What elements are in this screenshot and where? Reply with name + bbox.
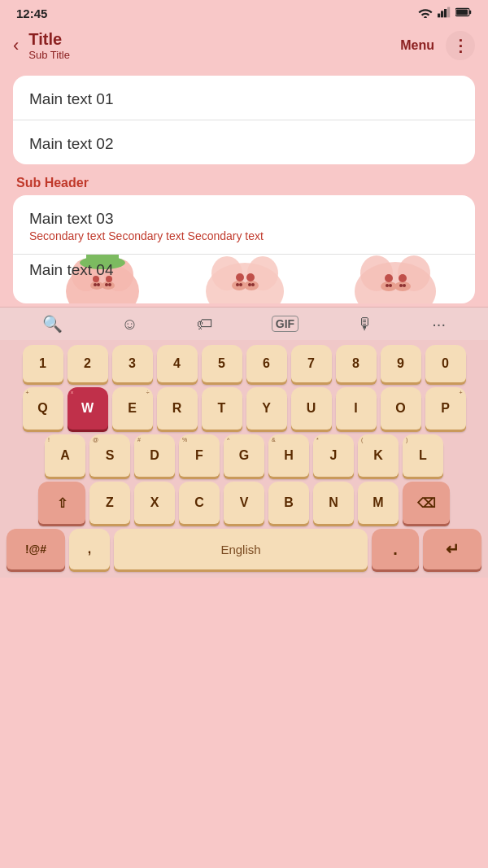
key-7[interactable]: 7	[291, 345, 332, 382]
key-o[interactable]: O	[381, 387, 421, 430]
key-e[interactable]: ÷E	[112, 387, 153, 430]
keyboard-emoji-icon[interactable]: ☺	[121, 315, 137, 334]
key-p[interactable]: +P	[425, 387, 466, 430]
key-y[interactable]: Y	[246, 387, 287, 430]
svg-rect-7	[456, 10, 468, 15]
svg-rect-3	[444, 9, 447, 17]
svg-point-15	[94, 283, 97, 286]
svg-point-31	[246, 273, 255, 281]
key-8[interactable]: 8	[336, 345, 377, 382]
key-0[interactable]: 0	[425, 345, 466, 382]
svg-point-41	[385, 274, 393, 282]
svg-rect-6	[469, 11, 471, 15]
svg-point-13	[90, 281, 103, 290]
svg-point-42	[399, 274, 407, 282]
key-4[interactable]: 4	[157, 345, 198, 382]
svg-point-0	[424, 16, 427, 18]
keyboard-more-icon[interactable]: ···	[432, 315, 446, 334]
main-text-04: Main text 04	[29, 261, 114, 279]
space-key[interactable]: English	[114, 529, 368, 569]
svg-point-40	[403, 284, 406, 287]
list-item-2[interactable]: Main text 02	[13, 120, 475, 164]
key-6[interactable]: 6	[246, 345, 287, 382]
main-text-02: Main text 02	[29, 135, 459, 153]
key-j[interactable]: *J	[313, 434, 354, 477]
key-u[interactable]: U	[291, 387, 332, 430]
key-f[interactable]: %F	[179, 434, 220, 477]
status-time: 12:45	[16, 7, 47, 20]
svg-point-38	[389, 284, 392, 287]
keyboard-gif-button[interactable]: GIF	[272, 316, 298, 332]
key-c[interactable]: C	[179, 482, 220, 524]
key-k[interactable]: (K	[358, 434, 399, 477]
symbols-key[interactable]: !@#	[7, 529, 65, 569]
keyboard-search-icon[interactable]: 🔍	[42, 314, 63, 334]
key-w[interactable]: ×W	[68, 387, 108, 430]
keyboard-toolbar: 🔍 ☺ 🏷 GIF 🎙 ···	[0, 307, 488, 340]
overflow-menu-button[interactable]: ⋮	[446, 31, 475, 60]
qwerty-row: +Q ×W ÷E R T Y U I O +P	[3, 387, 485, 430]
key-1[interactable]: 1	[23, 345, 63, 382]
status-icons	[418, 7, 472, 20]
asdf-row: !A @S #D %F ^G &H *J (K )L	[3, 434, 485, 477]
comma-key[interactable]: ,	[69, 529, 110, 569]
key-a[interactable]: !A	[45, 434, 85, 477]
key-g[interactable]: ^G	[224, 434, 264, 477]
svg-point-29	[251, 283, 255, 286]
key-h[interactable]: &H	[268, 434, 309, 477]
keyboard: 1 2 3 4 5 6 7 8 9 0 +Q ×W ÷E R T Y U I O…	[0, 340, 488, 578]
battery-icon	[455, 7, 472, 20]
bottom-row: !@# , English . ↵	[3, 529, 485, 569]
period-key[interactable]: .	[372, 529, 419, 569]
key-2[interactable]: 2	[68, 345, 108, 382]
list-card-1: Main text 01 Main text 02	[13, 76, 475, 164]
wifi-icon	[418, 7, 433, 20]
signal-icon	[438, 7, 451, 20]
list-card-2: Main text 03 Secondary text Secondary te…	[13, 195, 475, 303]
key-d[interactable]: #D	[134, 434, 175, 477]
svg-rect-4	[447, 7, 450, 18]
app-title: Title	[28, 30, 400, 49]
key-v[interactable]: V	[224, 482, 264, 524]
svg-rect-1	[438, 14, 440, 18]
key-t[interactable]: T	[202, 387, 242, 430]
main-text-04-partial: Main text 04	[29, 261, 114, 279]
backspace-key[interactable]: ⌫	[403, 482, 450, 524]
pig-decoration: Main text 04	[13, 255, 475, 303]
content-area: Main text 01 Main text 02 Sub Header Mai…	[0, 69, 488, 303]
app-bar: ‹ Title Sub Title Menu ⋮	[0, 24, 488, 69]
svg-point-28	[248, 283, 251, 286]
number-row: 1 2 3 4 5 6 7 8 9 0	[3, 345, 485, 382]
svg-point-39	[399, 284, 403, 287]
key-x[interactable]: X	[134, 482, 175, 524]
sub-header-text: Sub Header	[16, 176, 89, 190]
key-q[interactable]: +Q	[23, 387, 63, 430]
svg-point-37	[386, 284, 389, 287]
list-item-3[interactable]: Main text 03 Secondary text Secondary te…	[13, 195, 475, 255]
title-block: Title Sub Title	[28, 30, 400, 61]
key-s[interactable]: @S	[89, 434, 130, 477]
key-i[interactable]: I	[336, 387, 377, 430]
svg-point-17	[105, 283, 108, 286]
back-button[interactable]: ‹	[13, 35, 19, 56]
svg-point-14	[102, 281, 115, 290]
shift-key[interactable]: ⇧	[38, 482, 85, 524]
list-item-1[interactable]: Main text 01	[13, 76, 475, 120]
svg-point-26	[236, 283, 239, 286]
key-z[interactable]: Z	[89, 482, 130, 524]
keyboard-mic-icon[interactable]: 🎙	[357, 315, 373, 334]
keyboard-sticker-icon[interactable]: 🏷	[197, 315, 213, 334]
main-text-03: Main text 03	[29, 210, 459, 228]
key-9[interactable]: 9	[381, 345, 421, 382]
key-3[interactable]: 3	[112, 345, 153, 382]
key-b[interactable]: B	[268, 482, 309, 524]
enter-key[interactable]: ↵	[423, 529, 481, 569]
key-n[interactable]: N	[313, 482, 354, 524]
key-r[interactable]: R	[157, 387, 198, 430]
status-bar: 12:45	[0, 0, 488, 24]
key-m[interactable]: M	[358, 482, 399, 524]
key-5[interactable]: 5	[202, 345, 242, 382]
sub-header-row: Sub Header	[0, 168, 488, 195]
key-l[interactable]: )L	[403, 434, 443, 477]
menu-button[interactable]: Menu	[400, 38, 434, 53]
